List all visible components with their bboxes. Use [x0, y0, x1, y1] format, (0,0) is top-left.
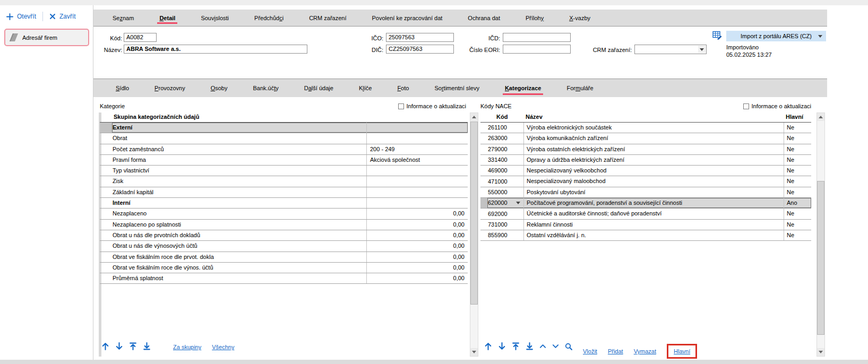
link-za-skupiny[interactable]: Za skupiny: [173, 344, 201, 350]
chevron-down-icon[interactable]: [698, 46, 706, 53]
nace-row[interactable]: 331400Opravy a údržba elektrických zaříz…: [480, 155, 811, 166]
move-up-button[interactable]: [101, 342, 110, 351]
move-top-button[interactable]: [128, 342, 137, 351]
category-row[interactable]: Nezaplaceno po splatnosti0,00: [100, 220, 468, 230]
chevron-up-icon[interactable]: [539, 342, 547, 350]
tab-osoby[interactable]: Osoby: [198, 79, 240, 97]
scroll-down-icon[interactable]: [470, 348, 478, 356]
link-vlozit[interactable]: Vložit: [583, 348, 597, 354]
row-selector: [100, 209, 113, 219]
tab-sortimentni-slevy[interactable]: Sortimentní slevy: [422, 79, 492, 97]
move-down-button[interactable]: [497, 342, 506, 351]
close-button[interactable]: Zavřít: [49, 13, 76, 20]
tab-x-vazby[interactable]: X-vazby: [556, 10, 603, 26]
move-down-button[interactable]: [115, 342, 124, 351]
crm-select[interactable]: [634, 45, 707, 54]
nace-row[interactable]: 550000Poskytování ubytováníNe: [480, 187, 811, 198]
right-table-scrollbar[interactable]: [817, 112, 825, 357]
link-vsechny[interactable]: Všechny: [212, 344, 234, 350]
table-edit-icon[interactable]: [712, 31, 723, 40]
tab-seznam[interactable]: Seznam: [100, 10, 147, 26]
agenda-tab-adresar-firem[interactable]: Adresář firem: [4, 29, 89, 46]
category-row[interactable]: Obrat: [100, 133, 468, 144]
category-label: Obrat: [113, 133, 366, 143]
scrollbar-thumb[interactable]: [817, 181, 824, 335]
chevron-down-icon[interactable]: [552, 342, 560, 350]
scroll-down-icon[interactable]: [817, 348, 824, 356]
row-selector: [100, 198, 113, 208]
icd-field[interactable]: [503, 33, 571, 42]
nace-code: 731000: [488, 220, 523, 230]
category-value: 0,00: [366, 241, 468, 251]
right-update-checkbox[interactable]: [743, 103, 749, 109]
nace-row[interactable]: 692000Účetnické a auditorské činnosti; d…: [480, 209, 811, 219]
move-top-button[interactable]: [511, 342, 520, 351]
move-bottom-button[interactable]: [142, 342, 151, 351]
import-status-line2: 05.02.2025 13:27: [726, 51, 772, 58]
tab-sidlo[interactable]: Sídlo: [103, 79, 142, 97]
nace-row[interactable]: 731000Reklamní činnostiNe: [480, 220, 811, 230]
category-row[interactable]: Obrat ve fiskálním roce dle prvot. dokla…: [100, 252, 468, 263]
category-row[interactable]: Obrat ve fiskálním roce dle výnos. účtů0…: [100, 263, 468, 273]
category-row[interactable]: Obrat u nás dle prvotních dokladů0,00: [100, 230, 468, 241]
link-pridat[interactable]: Přidat: [608, 348, 623, 354]
nace-name: Ostatní vzdělávání j. n.: [523, 230, 784, 240]
tab-crm-zarazeni[interactable]: CRM zařazení: [296, 10, 359, 26]
nace-row[interactable]: 279000Výroba ostatních elektrických zaří…: [480, 144, 811, 155]
tab-formulare[interactable]: Formuláře: [554, 79, 606, 97]
tab-provozovny[interactable]: Provozovny: [142, 79, 198, 97]
category-row[interactable]: Nezaplaceno0,00: [100, 209, 468, 219]
move-bottom-button[interactable]: [525, 342, 534, 351]
nazev-field[interactable]: ABRA Software a.s.: [124, 45, 307, 54]
tab-detail[interactable]: Detail: [147, 10, 188, 26]
search-icon[interactable]: [564, 342, 573, 351]
chevron-down-icon[interactable]: [516, 202, 520, 204]
tab-souvislosti[interactable]: Souvislosti: [188, 10, 242, 26]
link-hlavni[interactable]: Hlavní: [674, 348, 690, 354]
row-selector: [100, 166, 113, 176]
scrollbar-thumb[interactable]: [470, 122, 478, 305]
dic-field[interactable]: CZ25097563: [386, 45, 454, 54]
nace-row[interactable]: 855900Ostatní vzdělávání j. n.Ne: [480, 230, 811, 241]
category-row[interactable]: Průměrná splatnost0,00: [100, 273, 468, 284]
move-up-button[interactable]: [484, 342, 493, 351]
tab-kategorizace[interactable]: Kategorizace: [492, 79, 554, 97]
category-row[interactable]: Pravní formaAkciová společnost: [100, 155, 468, 166]
nace-row[interactable]: 471000Nespecializovaný maloobchodNe: [480, 176, 811, 187]
tab-foto[interactable]: Foto: [384, 79, 422, 97]
left-update-checkbox[interactable]: [398, 103, 404, 109]
nace-row[interactable]: 620000Počítačové programování, poradenst…: [480, 198, 811, 209]
category-row[interactable]: Základní kapitál: [100, 187, 468, 198]
category-row[interactable]: Zisk: [100, 176, 468, 187]
top-strip: [0, 0, 868, 5]
link-vymazat[interactable]: Vymazat: [634, 348, 656, 354]
left-table-header: Skupina kategorizačních údajů: [114, 114, 199, 120]
category-row[interactable]: Obrat u nás dle výnosových účtů0,00: [100, 241, 468, 252]
left-footer-toolbar: [101, 342, 156, 351]
nace-row[interactable]: 469000Nespecializovaný velkoobchodNe: [480, 166, 811, 176]
category-row[interactable]: Interní: [100, 198, 468, 209]
scroll-up-icon[interactable]: [817, 113, 824, 121]
category-row[interactable]: Počet zaměstnanců200 - 249: [100, 144, 468, 155]
kod-field[interactable]: A0082: [124, 33, 157, 42]
tab-dalsi-udaje[interactable]: Další údaje: [291, 79, 346, 97]
tab-prilohy[interactable]: Přílohy: [513, 10, 556, 26]
nace-title: Kódy NACE: [480, 103, 512, 109]
import-ares-button[interactable]: Import z portálu ARES (CZ): [726, 31, 826, 41]
tab-ochrana-dat[interactable]: Ochrana dat: [455, 10, 513, 26]
tab-povoleni-ke-zpracovani-dat[interactable]: Povolení ke zpracování dat: [359, 10, 456, 26]
nace-row[interactable]: 261100Výroba elektronických součástekNe: [480, 123, 811, 133]
tab-bank-ucty[interactable]: Bank.účty: [240, 79, 291, 97]
left-table-scrollbar[interactable]: [470, 112, 478, 357]
nace-name: Účetnické a auditorské činnosti; daňové …: [523, 209, 784, 219]
category-row[interactable]: Typ vlastnictví: [100, 166, 468, 176]
open-button[interactable]: Otevřít: [6, 13, 36, 20]
eori-field[interactable]: [503, 45, 571, 54]
scroll-up-icon[interactable]: [470, 113, 478, 121]
nace-row[interactable]: 263000Výroba komunikačních zařízeníNe: [480, 133, 811, 144]
ico-field[interactable]: 25097563: [386, 33, 454, 42]
tab-predchudci[interactable]: Předchůdci: [242, 10, 296, 26]
tab-klice[interactable]: Klíče: [346, 79, 384, 97]
eori-label: Číslo EORI:: [458, 46, 500, 55]
category-row[interactable]: Externí: [100, 123, 468, 133]
